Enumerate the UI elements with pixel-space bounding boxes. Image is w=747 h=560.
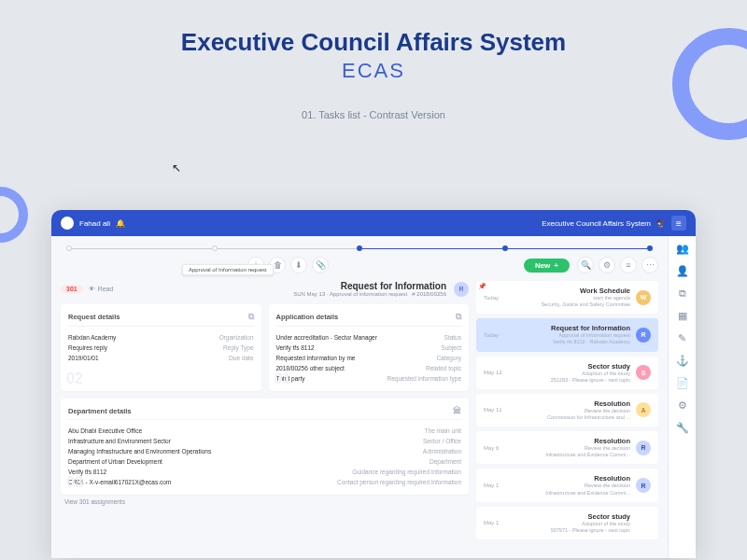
- copy-icon[interactable]: ⧉: [456, 312, 461, 322]
- schedule-subtitle: Review the decision: [514, 445, 630, 452]
- schedule-badge: R: [636, 328, 651, 343]
- card-title: Application details: [276, 313, 339, 321]
- schedule-detail: 507971 - Please ignore - next topic: [514, 527, 630, 534]
- schedule-title: Sector study: [514, 512, 630, 521]
- sidebar-users-icon[interactable]: 👥: [676, 242, 689, 255]
- pin-icon: 📌: [478, 283, 486, 290]
- device-frame: Fahad ali 🔔 Executive Council Affairs Sy…: [51, 210, 696, 558]
- detail-row: 2019/01/01Due date: [68, 353, 254, 363]
- schedule-subtitle: start the agenda: [514, 295, 630, 301]
- sidebar-copy-icon[interactable]: ⧉: [676, 287, 689, 300]
- request-avatar: R: [454, 282, 469, 297]
- schedule-detail: 251283 - Please ignore - next topic: [514, 377, 630, 384]
- detail-row: Department of Urban DevelopmentDepartmen…: [68, 456, 461, 467]
- schedule-detail: Infrastructure and Evidence Commi...: [514, 452, 630, 458]
- row-value: Department: [430, 458, 461, 465]
- user-avatar[interactable]: [61, 217, 74, 230]
- schedule-detail: Security, Justice and Safety Committee: [514, 301, 630, 308]
- schedule-title: Work Schedule: [514, 287, 630, 295]
- search-button[interactable]: 🔍: [577, 257, 594, 273]
- plus-icon: +: [554, 261, 558, 270]
- schedule-title: Resolution: [514, 437, 630, 445]
- copy-icon[interactable]: ⧉: [248, 312, 254, 322]
- schedule-item[interactable]: TodayRequest for InformationApproval of …: [476, 318, 658, 351]
- schedule-detail: Commission for Infrastructure and ...: [514, 414, 630, 421]
- schedule-title: Sector study: [514, 362, 630, 371]
- more-button[interactable]: ⋯: [641, 257, 658, 273]
- sidebar-settings-icon[interactable]: ⚙: [676, 399, 689, 412]
- sidebar-user-icon[interactable]: 👤: [676, 264, 689, 277]
- schedule-date: May 11: [484, 407, 508, 413]
- detail-row: CR01 - X-v-email617021X@ecas.comContact …: [68, 477, 461, 487]
- sidebar-edit-icon[interactable]: ✎: [676, 331, 689, 344]
- sidebar-grid-icon[interactable]: ▦: [676, 309, 689, 322]
- right-sidebar: 👥 👤 ⧉ ▦ ✎ ⚓ 📄 ⚙ 🔧: [668, 236, 696, 558]
- progress-tooltip: Approval of Information request: [182, 264, 274, 275]
- schedule-item[interactable]: 📌TodayWork Schedulestart the agendaSecur…: [476, 281, 658, 314]
- read-status: 👁 Read: [89, 286, 114, 292]
- detail-row: Requires replyReply Type: [68, 343, 254, 353]
- schedule-title: Resolution: [514, 474, 630, 483]
- progress-node-current[interactable]: [647, 245, 653, 251]
- row-value: Guidance regarding required information: [352, 469, 461, 475]
- user-name[interactable]: Fahad ali: [79, 219, 110, 228]
- detail-row: Third partyRequested information type: [276, 373, 462, 384]
- row-value: Status: [444, 334, 461, 341]
- application-details-card: Application details⧉ Under accreditation…: [269, 304, 470, 391]
- new-button-label: New: [535, 261, 550, 270]
- detail-row: Verify tfs 8112Guidance regarding requir…: [68, 467, 461, 477]
- row-value: Organization: [219, 334, 254, 341]
- row-label: Rabdan Academy: [68, 334, 116, 341]
- card-title: Department details: [68, 407, 132, 415]
- schedule-panel: 📌TodayWork Schedulestart the agendaSecur…: [476, 281, 658, 544]
- attach-button[interactable]: 📎: [312, 257, 329, 273]
- schedule-subtitle: Adoption of the study: [514, 371, 630, 377]
- building-icon[interactable]: 🏛: [453, 406, 461, 415]
- row-label: Department of Urban Development: [68, 458, 162, 465]
- schedule-item[interactable]: May 1Sector studyAdoption of the study50…: [476, 507, 658, 539]
- cursor-icon: ↖: [172, 161, 181, 175]
- sidebar-tool-icon[interactable]: 🔧: [676, 421, 689, 434]
- view-all-link[interactable]: View 301 assignments: [61, 498, 469, 505]
- row-label: Under accreditation - Sector Manager: [276, 334, 377, 341]
- schedule-date: May 12: [484, 370, 508, 375]
- schedule-badge: R: [636, 441, 651, 455]
- count-badge: 301: [61, 285, 83, 293]
- row-label: Verify tfs 8112: [276, 344, 315, 351]
- schedule-item[interactable]: May 6ResolutionReview the decisionInfras…: [476, 431, 658, 464]
- schedule-item[interactable]: May 1ResolutionReview the decisionInfras…: [476, 469, 658, 501]
- row-value: Due date: [229, 355, 253, 361]
- schedule-subtitle: Adoption of the study: [514, 521, 630, 527]
- schedule-subtitle: Approval of information request: [514, 332, 630, 339]
- menu-button[interactable]: ≡: [671, 216, 686, 231]
- schedule-date: May 1: [484, 483, 508, 488]
- download-button[interactable]: ⬇: [290, 257, 307, 273]
- hero-subtitle: ECAS: [0, 59, 747, 83]
- row-value: Reply Type: [223, 344, 253, 351]
- notification-icon[interactable]: 🔔: [116, 219, 125, 228]
- schedule-item[interactable]: May 11ResolutionReview the decisionCommi…: [476, 394, 658, 427]
- sort-button[interactable]: ≡: [620, 257, 637, 273]
- hero-caption: 01. Tasks list - Contrast Version: [0, 109, 747, 120]
- schedule-item[interactable]: May 12Sector studyAdoption of the study2…: [476, 357, 658, 389]
- row-value: Sector / Office: [423, 438, 461, 444]
- detail-row: 2018/00256 other subjectRelated topic: [276, 363, 462, 373]
- sidebar-anchor-icon[interactable]: ⚓: [676, 354, 689, 367]
- schedule-date: May 6: [484, 445, 508, 451]
- app-logo-icon: 🦅: [656, 219, 666, 228]
- row-label: Infrastructure and Environment Sector: [68, 438, 171, 444]
- schedule-badge: R: [636, 478, 651, 493]
- filter-button[interactable]: ⚙: [599, 257, 615, 273]
- row-value: The main unit: [425, 427, 461, 434]
- app-title: Executive Council Affairs System: [542, 219, 651, 228]
- row-value: Administration: [423, 448, 461, 455]
- sidebar-file-icon[interactable]: 📄: [676, 376, 689, 389]
- row-label: CR01 - X-v-email617021X@ecas.com: [68, 479, 171, 485]
- card-number: 01: [275, 371, 291, 387]
- new-button[interactable]: New+: [524, 259, 570, 273]
- app-topbar: Fahad ali 🔔 Executive Council Affairs Sy…: [51, 210, 696, 236]
- department-details-card: Department details🏛 Abu Dhabi Executive …: [61, 399, 469, 495]
- schedule-date: Today: [484, 295, 508, 301]
- row-label: Requested information by me: [276, 355, 356, 361]
- detail-row: Under accreditation - Sector ManagerStat…: [276, 332, 462, 343]
